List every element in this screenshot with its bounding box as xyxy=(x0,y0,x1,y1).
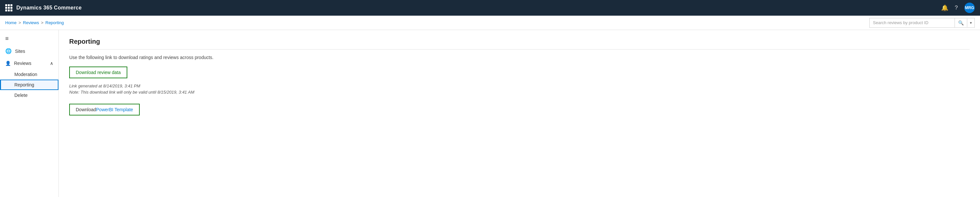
download-powerbi-button[interactable]: Download PowerBI Template xyxy=(69,104,140,116)
sidebar-item-sites[interactable]: 🌐 Sites xyxy=(0,44,59,57)
chevron-up-icon: ∧ xyxy=(50,61,53,66)
globe-icon: 🌐 xyxy=(5,48,12,54)
sidebar-item-delete[interactable]: Delete xyxy=(0,90,59,100)
person-icon: 👤 xyxy=(5,61,11,66)
sidebar-item-reporting[interactable]: Reporting xyxy=(0,79,59,90)
reporting-label: Reporting xyxy=(14,82,34,87)
avatar[interactable]: MRG xyxy=(964,3,975,13)
delete-label: Delete xyxy=(14,93,27,98)
breadcrumb-home[interactable]: Home xyxy=(5,20,17,25)
page-title: Reporting xyxy=(69,38,970,49)
sidebar-reviews-parent[interactable]: 👤 Reviews ∧ xyxy=(0,57,59,69)
breadcrumb: Home > Reviews > Reporting xyxy=(5,20,64,25)
sidebar-reviews-label: Reviews xyxy=(14,61,31,66)
sidebar-toggle[interactable]: ≡ xyxy=(0,33,59,44)
sidebar: ≡ 🌐 Sites 👤 Reviews ∧ Moderation Reporti… xyxy=(0,30,59,197)
link-note-text: Note: This download link will only be va… xyxy=(69,90,970,95)
breadcrumb-current: Reporting xyxy=(45,20,64,25)
waffle-menu-icon[interactable] xyxy=(5,4,13,11)
sidebar-reviews-section: 👤 Reviews ∧ Moderation Reporting Delete xyxy=(0,57,59,100)
moderation-label: Moderation xyxy=(14,72,37,77)
sidebar-sites-label: Sites xyxy=(15,49,25,54)
search-button[interactable]: 🔍 xyxy=(955,18,967,27)
top-nav-left: Dynamics 365 Commerce xyxy=(5,4,82,11)
notification-icon[interactable]: 🔔 xyxy=(941,4,948,11)
powerbi-prefix-text: Download xyxy=(76,107,96,112)
search-box-container: 🔍 ▾ xyxy=(869,18,975,28)
sidebar-reviews-parent-left: 👤 Reviews xyxy=(5,61,31,66)
breadcrumb-bar: Home > Reviews > Reporting 🔍 ▾ xyxy=(0,16,980,30)
content-area: Reporting Use the following link to down… xyxy=(59,30,980,197)
sidebar-item-moderation[interactable]: Moderation xyxy=(0,69,59,79)
link-generated-text: Link generated at 8/14/2019, 3:41 PM xyxy=(69,84,970,88)
search-dropdown-button[interactable]: ▾ xyxy=(967,19,974,27)
main-layout: ≡ 🌐 Sites 👤 Reviews ∧ Moderation Reporti… xyxy=(0,30,980,197)
breadcrumb-sep-2: > xyxy=(41,20,43,25)
breadcrumb-reviews[interactable]: Reviews xyxy=(23,20,39,25)
top-navigation: Dynamics 365 Commerce 🔔 ? MRG xyxy=(0,0,980,16)
top-nav-right: 🔔 ? MRG xyxy=(941,3,975,13)
content-description: Use the following link to download ratin… xyxy=(69,55,970,60)
powerbi-template-link[interactable]: PowerBI Template xyxy=(96,107,133,112)
help-icon[interactable]: ? xyxy=(955,5,958,11)
app-title: Dynamics 365 Commerce xyxy=(16,5,82,11)
download-review-data-button[interactable]: Download review data xyxy=(69,67,127,78)
search-input[interactable] xyxy=(870,18,955,27)
breadcrumb-sep-1: > xyxy=(19,20,21,25)
